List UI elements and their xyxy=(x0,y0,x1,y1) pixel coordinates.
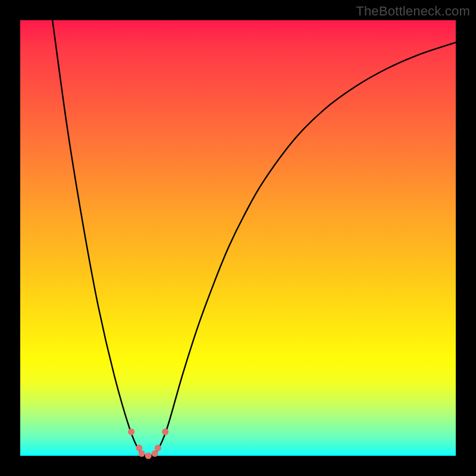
chart-frame: TheBottleneck.com xyxy=(0,0,476,476)
chart-svg xyxy=(20,20,456,456)
marker-dot-5 xyxy=(155,444,161,451)
plot-area xyxy=(20,20,456,456)
marker-dot-4 xyxy=(152,450,158,457)
dots-group xyxy=(128,428,168,459)
marker-dot-2 xyxy=(139,450,145,457)
marker-dot-3 xyxy=(145,453,152,459)
series-curve-left xyxy=(52,20,148,456)
marker-dot-1 xyxy=(136,444,142,451)
watermark-text: TheBottleneck.com xyxy=(356,4,470,19)
marker-dot-6 xyxy=(162,428,168,435)
marker-dot-0 xyxy=(128,428,134,435)
series-curve-right xyxy=(148,42,456,456)
curve-group xyxy=(52,20,456,456)
